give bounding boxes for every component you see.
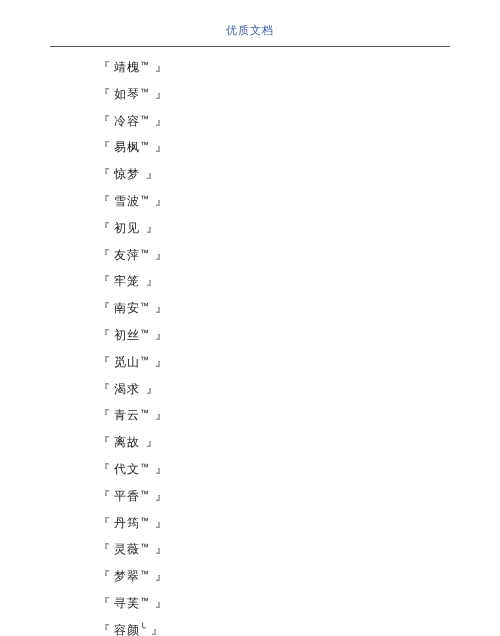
item-name: 渴求 — [114, 382, 139, 396]
list-item: 『寻芙™』 — [98, 597, 500, 609]
item-name: 易枫 — [114, 140, 139, 154]
document-page: 优质文档 『靖槐™』『如琴™』『冷容™』『易枫™』『惊梦』『雪波™』『初见』『友… — [0, 0, 500, 636]
bracket-close: 』 — [151, 623, 163, 636]
list-item: 『代文™』 — [98, 463, 500, 475]
item-suffix: ™ — [140, 542, 149, 552]
item-suffix: ™ — [140, 140, 149, 150]
bracket-close: 』 — [155, 569, 167, 583]
list-item: 『牢笼』 — [98, 275, 500, 287]
list-item: 『初丝™』 — [98, 329, 500, 341]
item-name: 冷容 — [114, 114, 139, 128]
list-item: 『渴求』 — [98, 383, 500, 395]
bracket-open: 『 — [98, 301, 110, 315]
list-item: 『雪波™』 — [98, 195, 500, 207]
item-name: 牢笼 — [114, 274, 139, 288]
item-suffix: ™ — [140, 516, 149, 526]
bracket-open: 『 — [98, 596, 110, 610]
bracket-open: 『 — [98, 274, 110, 288]
bracket-close: 』 — [155, 542, 167, 556]
bracket-close: 』 — [155, 596, 167, 610]
list-item: 『靖槐™』 — [98, 61, 500, 73]
item-suffix: ™ — [140, 462, 149, 472]
bracket-close: 』 — [155, 301, 167, 315]
bracket-close: 』 — [155, 248, 167, 262]
item-suffix: ╰ — [140, 623, 145, 633]
bracket-close: 』 — [146, 221, 158, 235]
item-name: 青云 — [114, 408, 139, 422]
item-name: 平香 — [114, 489, 139, 503]
item-name: 初见 — [114, 221, 139, 235]
list-item: 『青云™』 — [98, 409, 500, 421]
list-item: 『初见』 — [98, 222, 500, 234]
list-item: 『灵薇™』 — [98, 543, 500, 555]
list-item: 『友萍™』 — [98, 249, 500, 261]
item-name: 梦翠 — [114, 569, 139, 583]
item-suffix: ™ — [140, 355, 149, 365]
bracket-open: 『 — [98, 167, 110, 181]
item-name: 丹筠 — [114, 516, 139, 530]
bracket-open: 『 — [98, 140, 110, 154]
list-item: 『觅山™』 — [98, 356, 500, 368]
item-name: 灵薇 — [114, 542, 139, 556]
item-name: 寻芙 — [114, 596, 139, 610]
item-suffix: ™ — [140, 301, 149, 311]
item-suffix: ™ — [140, 408, 149, 418]
bracket-open: 『 — [98, 87, 110, 101]
bracket-open: 『 — [98, 382, 110, 396]
item-suffix: ™ — [140, 87, 149, 97]
bracket-close: 』 — [155, 408, 167, 422]
header: 优质文档 — [0, 0, 500, 46]
bracket-close: 』 — [155, 114, 167, 128]
bracket-close: 』 — [146, 382, 158, 396]
item-name: 雪波 — [114, 194, 139, 208]
bracket-close: 』 — [155, 355, 167, 369]
list-item: 『容颜╰』 — [98, 624, 500, 636]
bracket-close: 』 — [155, 87, 167, 101]
item-suffix: ™ — [140, 248, 149, 258]
item-name: 靖槐 — [114, 60, 139, 74]
page-title: 优质文档 — [226, 24, 274, 36]
bracket-open: 『 — [98, 60, 110, 74]
item-name: 初丝 — [114, 328, 139, 342]
list-item: 『梦翠™』 — [98, 570, 500, 582]
bracket-close: 』 — [146, 435, 158, 449]
bracket-open: 『 — [98, 221, 110, 235]
bracket-open: 『 — [98, 435, 110, 449]
bracket-close: 』 — [155, 489, 167, 503]
bracket-open: 『 — [98, 489, 110, 503]
list-item: 『惊梦』 — [98, 168, 500, 180]
item-suffix: ™ — [140, 328, 149, 338]
bracket-close: 』 — [155, 140, 167, 154]
bracket-close: 』 — [155, 328, 167, 342]
bracket-open: 『 — [98, 569, 110, 583]
bracket-open: 『 — [98, 623, 110, 636]
bracket-close: 』 — [155, 516, 167, 530]
item-name: 容颜 — [114, 623, 139, 636]
list-item: 『离故』 — [98, 436, 500, 448]
list-item: 『冷容™』 — [98, 115, 500, 127]
bracket-open: 『 — [98, 355, 110, 369]
item-suffix: ™ — [140, 194, 149, 204]
name-list: 『靖槐™』『如琴™』『冷容™』『易枫™』『惊梦』『雪波™』『初见』『友萍™』『牢… — [0, 47, 500, 636]
bracket-close: 』 — [146, 274, 158, 288]
item-name: 如琴 — [114, 87, 139, 101]
list-item: 『如琴™』 — [98, 88, 500, 100]
bracket-open: 『 — [98, 516, 110, 530]
item-name: 南安 — [114, 301, 139, 315]
list-item: 『南安™』 — [98, 302, 500, 314]
list-item: 『易枫™』 — [98, 141, 500, 153]
bracket-open: 『 — [98, 248, 110, 262]
bracket-close: 』 — [155, 60, 167, 74]
item-suffix: ™ — [140, 60, 149, 70]
bracket-close: 』 — [155, 462, 167, 476]
list-item: 『平香™』 — [98, 490, 500, 502]
item-name: 代文 — [114, 462, 139, 476]
bracket-open: 『 — [98, 194, 110, 208]
bracket-close: 』 — [146, 167, 158, 181]
bracket-close: 』 — [155, 194, 167, 208]
bracket-open: 『 — [98, 114, 110, 128]
item-name: 友萍 — [114, 248, 139, 262]
item-name: 觅山 — [114, 355, 139, 369]
bracket-open: 『 — [98, 328, 110, 342]
bracket-open: 『 — [98, 542, 110, 556]
